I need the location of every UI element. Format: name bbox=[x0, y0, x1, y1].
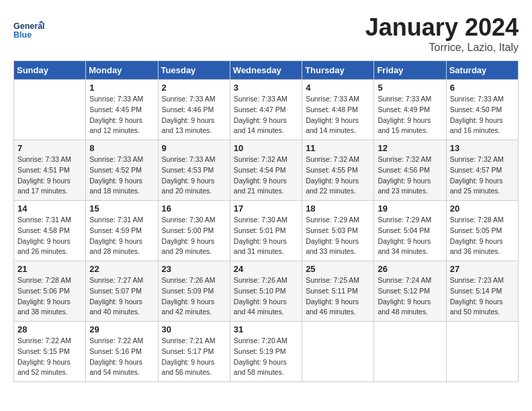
col-thursday: Thursday bbox=[302, 61, 374, 80]
day-number: 24 bbox=[234, 264, 298, 274]
col-tuesday: Tuesday bbox=[158, 61, 230, 80]
table-row: 8Sunrise: 7:33 AM Sunset: 4:52 PM Daylig… bbox=[86, 140, 158, 201]
day-number: 12 bbox=[378, 143, 442, 153]
day-info: Sunrise: 7:31 AM Sunset: 4:58 PM Dayligh… bbox=[17, 215, 82, 257]
logo: General Blue bbox=[13, 13, 47, 47]
day-info: Sunrise: 7:33 AM Sunset: 4:53 PM Dayligh… bbox=[162, 154, 226, 197]
day-number: 27 bbox=[450, 264, 515, 274]
calendar-week-row: 14Sunrise: 7:31 AM Sunset: 4:58 PM Dayli… bbox=[14, 201, 519, 261]
day-info: Sunrise: 7:20 AM Sunset: 5:19 PM Dayligh… bbox=[234, 336, 298, 378]
table-row: 31Sunrise: 7:20 AM Sunset: 5:19 PM Dayli… bbox=[230, 322, 302, 382]
day-number: 4 bbox=[306, 83, 370, 93]
table-row: 13Sunrise: 7:32 AM Sunset: 4:57 PM Dayli… bbox=[446, 140, 518, 201]
table-row: 14Sunrise: 7:31 AM Sunset: 4:58 PM Dayli… bbox=[14, 201, 86, 261]
day-number: 1 bbox=[89, 83, 154, 93]
day-info: Sunrise: 7:26 AM Sunset: 5:09 PM Dayligh… bbox=[162, 275, 226, 318]
day-number: 14 bbox=[17, 203, 82, 214]
day-info: Sunrise: 7:33 AM Sunset: 4:47 PM Dayligh… bbox=[234, 94, 298, 136]
table-row: 24Sunrise: 7:26 AM Sunset: 5:10 PM Dayli… bbox=[230, 261, 302, 322]
col-wednesday: Wednesday bbox=[230, 61, 302, 80]
day-number: 18 bbox=[306, 203, 370, 214]
day-number: 19 bbox=[378, 203, 442, 214]
day-info: Sunrise: 7:32 AM Sunset: 4:56 PM Dayligh… bbox=[378, 154, 442, 197]
col-friday: Friday bbox=[374, 61, 446, 80]
table-row: 3Sunrise: 7:33 AM Sunset: 4:47 PM Daylig… bbox=[230, 80, 302, 140]
table-row: 9Sunrise: 7:33 AM Sunset: 4:53 PM Daylig… bbox=[158, 140, 230, 201]
day-number: 5 bbox=[378, 83, 442, 93]
day-info: Sunrise: 7:33 AM Sunset: 4:49 PM Dayligh… bbox=[378, 94, 442, 136]
day-number: 10 bbox=[234, 143, 298, 153]
day-info: Sunrise: 7:23 AM Sunset: 5:14 PM Dayligh… bbox=[450, 275, 515, 318]
day-info: Sunrise: 7:28 AM Sunset: 5:05 PM Dayligh… bbox=[450, 215, 515, 257]
table-row bbox=[374, 322, 446, 382]
day-info: Sunrise: 7:22 AM Sunset: 5:15 PM Dayligh… bbox=[17, 336, 82, 378]
day-number: 23 bbox=[162, 264, 226, 274]
day-number: 28 bbox=[17, 324, 82, 334]
table-row bbox=[302, 322, 374, 382]
svg-text:Blue: Blue bbox=[13, 30, 32, 40]
day-number: 30 bbox=[162, 324, 226, 334]
table-row bbox=[14, 80, 86, 140]
table-row: 30Sunrise: 7:21 AM Sunset: 5:17 PM Dayli… bbox=[158, 322, 230, 382]
table-row: 10Sunrise: 7:32 AM Sunset: 4:54 PM Dayli… bbox=[230, 140, 302, 201]
day-info: Sunrise: 7:33 AM Sunset: 4:45 PM Dayligh… bbox=[89, 94, 154, 136]
day-number: 3 bbox=[234, 83, 298, 93]
day-info: Sunrise: 7:30 AM Sunset: 5:01 PM Dayligh… bbox=[234, 215, 298, 257]
col-saturday: Saturday bbox=[446, 61, 518, 80]
table-row: 11Sunrise: 7:32 AM Sunset: 4:55 PM Dayli… bbox=[302, 140, 374, 201]
table-row: 2Sunrise: 7:33 AM Sunset: 4:46 PM Daylig… bbox=[158, 80, 230, 140]
calendar-week-row: 1Sunrise: 7:33 AM Sunset: 4:45 PM Daylig… bbox=[14, 80, 519, 140]
table-row: 16Sunrise: 7:30 AM Sunset: 5:00 PM Dayli… bbox=[158, 201, 230, 261]
day-number: 20 bbox=[450, 203, 515, 214]
calendar-week-row: 28Sunrise: 7:22 AM Sunset: 5:15 PM Dayli… bbox=[14, 322, 519, 382]
day-info: Sunrise: 7:32 AM Sunset: 4:54 PM Dayligh… bbox=[234, 154, 298, 197]
day-number: 15 bbox=[89, 203, 154, 214]
day-number: 21 bbox=[17, 264, 82, 274]
table-row bbox=[446, 322, 518, 382]
logo-svg: General Blue bbox=[13, 13, 47, 47]
table-row: 23Sunrise: 7:26 AM Sunset: 5:09 PM Dayli… bbox=[158, 261, 230, 322]
day-info: Sunrise: 7:33 AM Sunset: 4:50 PM Dayligh… bbox=[450, 94, 515, 136]
day-info: Sunrise: 7:26 AM Sunset: 5:10 PM Dayligh… bbox=[234, 275, 298, 318]
day-number: 25 bbox=[306, 264, 370, 274]
table-row: 12Sunrise: 7:32 AM Sunset: 4:56 PM Dayli… bbox=[374, 140, 446, 201]
day-info: Sunrise: 7:25 AM Sunset: 5:11 PM Dayligh… bbox=[306, 275, 370, 318]
day-info: Sunrise: 7:33 AM Sunset: 4:48 PM Dayligh… bbox=[306, 94, 370, 136]
day-info: Sunrise: 7:22 AM Sunset: 5:16 PM Dayligh… bbox=[89, 336, 154, 378]
calendar-week-row: 7Sunrise: 7:33 AM Sunset: 4:51 PM Daylig… bbox=[14, 140, 519, 201]
day-number: 31 bbox=[234, 324, 298, 334]
day-number: 16 bbox=[162, 203, 226, 214]
location: Torrice, Lazio, Italy bbox=[365, 42, 519, 54]
day-number: 7 bbox=[17, 143, 82, 153]
table-row: 4Sunrise: 7:33 AM Sunset: 4:48 PM Daylig… bbox=[302, 80, 374, 140]
table-row: 21Sunrise: 7:28 AM Sunset: 5:06 PM Dayli… bbox=[14, 261, 86, 322]
table-row: 19Sunrise: 7:29 AM Sunset: 5:04 PM Dayli… bbox=[374, 201, 446, 261]
calendar-header-row: Sunday Monday Tuesday Wednesday Thursday… bbox=[14, 61, 519, 80]
calendar-week-row: 21Sunrise: 7:28 AM Sunset: 5:06 PM Dayli… bbox=[14, 261, 519, 322]
table-row: 25Sunrise: 7:25 AM Sunset: 5:11 PM Dayli… bbox=[302, 261, 374, 322]
day-info: Sunrise: 7:21 AM Sunset: 5:17 PM Dayligh… bbox=[162, 336, 226, 378]
table-row: 18Sunrise: 7:29 AM Sunset: 5:03 PM Dayli… bbox=[302, 201, 374, 261]
page-header: General Blue January 2024 Torrice, Lazio… bbox=[13, 13, 519, 54]
day-info: Sunrise: 7:29 AM Sunset: 5:03 PM Dayligh… bbox=[306, 215, 370, 257]
day-info: Sunrise: 7:30 AM Sunset: 5:00 PM Dayligh… bbox=[162, 215, 226, 257]
table-row: 1Sunrise: 7:33 AM Sunset: 4:45 PM Daylig… bbox=[86, 80, 158, 140]
day-info: Sunrise: 7:33 AM Sunset: 4:51 PM Dayligh… bbox=[17, 154, 82, 197]
table-row: 20Sunrise: 7:28 AM Sunset: 5:05 PM Dayli… bbox=[446, 201, 518, 261]
day-info: Sunrise: 7:33 AM Sunset: 4:46 PM Dayligh… bbox=[162, 94, 226, 136]
table-row: 22Sunrise: 7:27 AM Sunset: 5:07 PM Dayli… bbox=[86, 261, 158, 322]
day-number: 13 bbox=[450, 143, 515, 153]
day-info: Sunrise: 7:24 AM Sunset: 5:12 PM Dayligh… bbox=[378, 275, 442, 318]
day-info: Sunrise: 7:27 AM Sunset: 5:07 PM Dayligh… bbox=[89, 275, 154, 318]
table-row: 7Sunrise: 7:33 AM Sunset: 4:51 PM Daylig… bbox=[14, 140, 86, 201]
day-number: 26 bbox=[378, 264, 442, 274]
table-row: 29Sunrise: 7:22 AM Sunset: 5:16 PM Dayli… bbox=[86, 322, 158, 382]
col-monday: Monday bbox=[86, 61, 158, 80]
title-block: January 2024 Torrice, Lazio, Italy bbox=[365, 13, 519, 54]
table-row: 15Sunrise: 7:31 AM Sunset: 4:59 PM Dayli… bbox=[86, 201, 158, 261]
day-number: 2 bbox=[162, 83, 226, 93]
calendar-body: 1Sunrise: 7:33 AM Sunset: 4:45 PM Daylig… bbox=[14, 80, 519, 382]
day-number: 11 bbox=[306, 143, 370, 153]
day-info: Sunrise: 7:33 AM Sunset: 4:52 PM Dayligh… bbox=[89, 154, 154, 197]
table-row: 26Sunrise: 7:24 AM Sunset: 5:12 PM Dayli… bbox=[374, 261, 446, 322]
